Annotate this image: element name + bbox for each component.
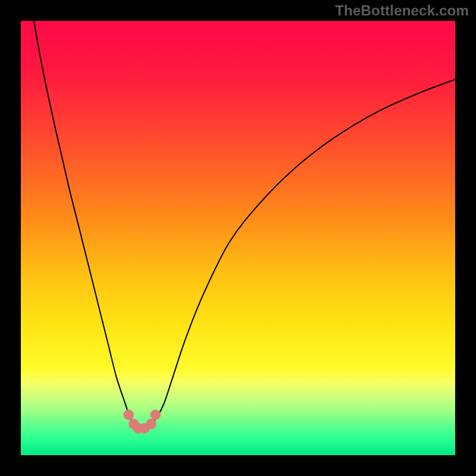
plot-area	[21, 21, 455, 455]
marker-dot	[123, 409, 134, 420]
bottleneck-curve	[34, 21, 455, 428]
marker-dot	[151, 409, 161, 420]
minimum-markers	[123, 409, 161, 433]
marker-dot	[146, 419, 156, 430]
watermark-text: TheBottleneck.com	[335, 2, 469, 19]
curve-svg	[21, 21, 455, 455]
chart-frame: TheBottleneck.com	[0, 0, 476, 476]
